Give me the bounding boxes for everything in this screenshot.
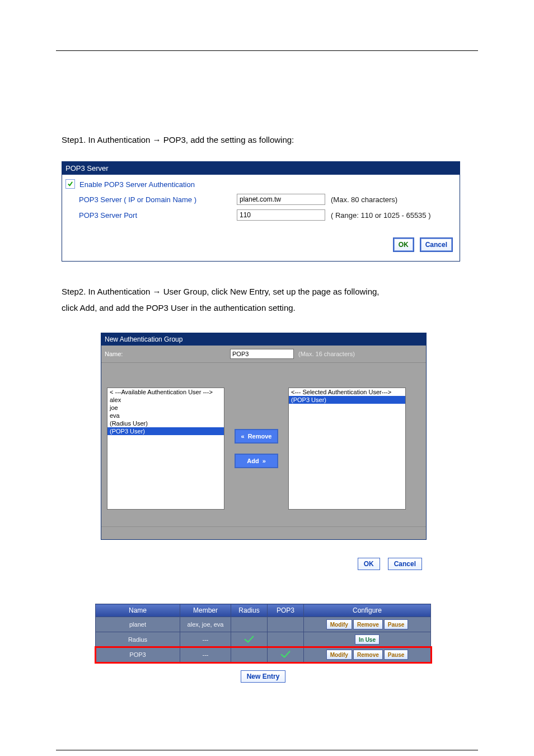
list-item[interactable]: eva xyxy=(107,412,224,419)
pause-button[interactable]: Pause xyxy=(384,650,408,660)
new-auth-group-title: New Authentication Group xyxy=(101,333,426,346)
enable-label: Enable POP3 Server Authentication xyxy=(79,180,195,189)
selected-users-listbox[interactable]: <--- Selected Authentication User--->(PO… xyxy=(288,388,406,510)
th-conf: Configure xyxy=(304,604,431,617)
auth-group-table: Name Member Radius POP3 Configure planet… xyxy=(95,604,431,662)
cell-name: planet xyxy=(96,617,180,632)
modify-button[interactable]: Modify xyxy=(326,650,352,660)
server-port-input[interactable] xyxy=(237,209,325,221)
table-row: Radius---In Use xyxy=(96,632,431,647)
cell-configure: ModifyRemovePause xyxy=(304,647,431,662)
cell-radius xyxy=(231,647,268,662)
th-member: Member xyxy=(180,604,231,617)
server-ip-hint: (Max. 80 characters) xyxy=(326,195,397,204)
list-header: < ---Available Authentication User ---> xyxy=(107,388,224,396)
available-users-listbox[interactable]: < ---Available Authentication User --->a… xyxy=(107,388,224,510)
check-icon xyxy=(243,634,255,643)
group-name-input[interactable] xyxy=(230,349,294,359)
ok-button[interactable]: OK xyxy=(358,558,380,570)
cell-name: Radius xyxy=(96,632,180,647)
list-item[interactable]: (POP3 User) xyxy=(107,427,224,435)
pause-button[interactable]: Pause xyxy=(384,619,408,629)
add-button[interactable]: Add » xyxy=(235,454,278,468)
server-port-hint: ( Range: 110 or 1025 - 65535 ) xyxy=(326,211,431,220)
cell-pop3 xyxy=(268,647,304,662)
cell-member: alex, joe, eva xyxy=(180,617,231,632)
remove-button[interactable]: Remove xyxy=(353,650,383,660)
cancel-button[interactable]: Cancel xyxy=(420,237,453,252)
remove-button[interactable]: Remove xyxy=(353,619,383,629)
cell-member: --- xyxy=(180,632,231,647)
server-ip-label: POP3 Server ( IP or Domain Name ) xyxy=(79,195,237,204)
list-item[interactable]: (POP3 User) xyxy=(289,396,405,404)
header-divider xyxy=(56,50,478,51)
ok-button[interactable]: OK xyxy=(393,237,414,252)
server-ip-input[interactable] xyxy=(237,194,325,205)
step2-caption: Step2. In Authentication → User Group, c… xyxy=(62,284,534,316)
remove-button[interactable]: « Remove xyxy=(235,429,278,444)
th-radius: Radius xyxy=(231,604,268,617)
cancel-button[interactable]: Cancel xyxy=(388,558,422,570)
check-icon xyxy=(67,181,73,187)
th-pop3: POP3 xyxy=(268,604,304,617)
cell-pop3 xyxy=(268,632,304,647)
list-header: <--- Selected Authentication User---> xyxy=(289,388,405,396)
server-port-label: POP3 Server Port xyxy=(79,211,237,220)
table-row: planetalex, joe, evaModifyRemovePause xyxy=(96,617,431,632)
list-item[interactable]: alex xyxy=(107,396,224,404)
cell-radius xyxy=(231,632,268,647)
group-name-label: Name: xyxy=(105,351,230,357)
new-entry-button[interactable]: New Entry xyxy=(241,670,286,683)
footer-divider xyxy=(56,750,478,750)
arrow-right-icon: » xyxy=(263,458,266,464)
cell-member: --- xyxy=(180,647,231,662)
group-name-hint: (Max. 16 characters) xyxy=(294,351,355,357)
pop3-server-panel: POP3 Server Enable POP3 Server Authentic… xyxy=(62,161,460,262)
check-icon xyxy=(279,650,292,659)
table-row: POP3---ModifyRemovePause xyxy=(96,647,431,662)
cell-configure: ModifyRemovePause xyxy=(304,617,431,632)
arrow-left-icon: « xyxy=(241,433,245,440)
pop3-server-title: POP3 Server xyxy=(62,162,460,175)
modify-button[interactable]: Modify xyxy=(326,619,352,629)
new-auth-group-panel: New Authentication Group Name: (Max. 16 … xyxy=(101,333,427,540)
cell-pop3 xyxy=(268,617,304,632)
list-item[interactable]: joe xyxy=(107,404,224,412)
enable-checkbox[interactable] xyxy=(65,179,75,189)
th-name: Name xyxy=(96,604,180,617)
list-item[interactable]: (Radius User) xyxy=(107,419,224,427)
in-use-badge: In Use xyxy=(355,634,380,645)
cell-name: POP3 xyxy=(96,647,180,662)
cell-radius xyxy=(231,617,268,632)
step1-caption: Step1. In Authentication → POP3, add the… xyxy=(62,135,534,144)
cell-configure: In Use xyxy=(304,632,431,647)
